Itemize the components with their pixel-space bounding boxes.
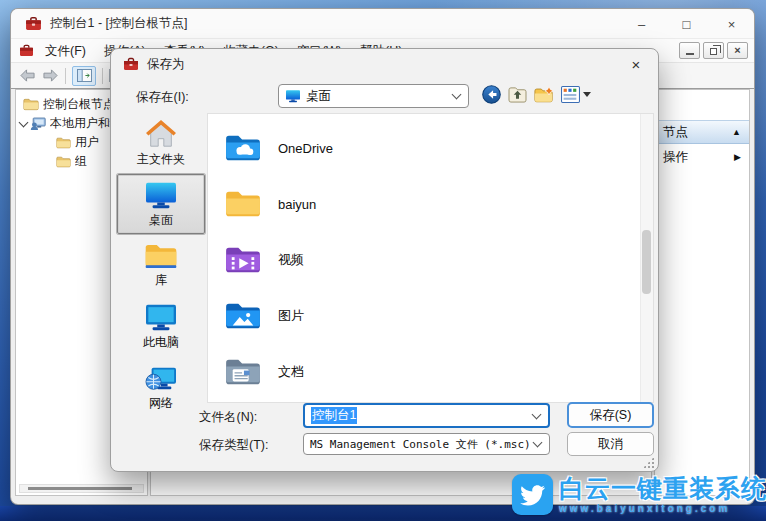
folder-icon [224, 189, 262, 219]
tree-item-label: 控制台根节点 [43, 96, 115, 113]
place-libraries[interactable]: 库 [117, 235, 205, 295]
file-list-scrollbar[interactable] [640, 114, 653, 402]
console-tree-icon [77, 69, 92, 82]
scrollbar-thumb[interactable] [28, 487, 132, 490]
mmc-app-icon [25, 16, 42, 31]
more-actions-row[interactable]: 操作 ▶ [655, 144, 749, 170]
dropdown-arrow-icon [583, 92, 591, 97]
file-name: 文档 [278, 363, 304, 381]
save-in-label: 保存在(I): [136, 89, 189, 106]
dialog-title-bar[interactable]: 保存为 [111, 49, 658, 79]
save-in-combobox[interactable]: 桌面 [278, 84, 469, 108]
up-one-level-icon[interactable] [508, 86, 527, 103]
dialog-toolbar [482, 85, 591, 104]
minimize-button[interactable]: – [619, 9, 664, 39]
child-window-controls: × [679, 42, 748, 59]
folder-icon [23, 98, 39, 111]
dialog-title: 保存为 [147, 56, 185, 73]
chevron-down-icon [532, 409, 542, 419]
toolbar-separator [102, 68, 103, 84]
file-name: 图片 [278, 307, 304, 325]
folder-icon [56, 156, 71, 168]
title-bar[interactable]: 控制台1 - [控制台根节点] – □ × [11, 9, 754, 39]
tree-horizontal-scrollbar[interactable] [19, 484, 144, 493]
places-sidebar: 主文件夹 桌面 库 此电脑 [117, 113, 205, 418]
show-hide-console-tree-button[interactable] [72, 66, 96, 86]
place-label: 库 [155, 272, 167, 289]
file-item-documents[interactable]: 文档 [212, 346, 635, 398]
place-network[interactable]: 网络 [117, 357, 205, 417]
watermark-url: www.baiyunxitong.com [559, 503, 766, 514]
place-this-pc[interactable]: 此电脑 [117, 296, 205, 356]
place-desktop[interactable]: 桌面 [117, 174, 205, 234]
place-label: 桌面 [149, 212, 173, 229]
child-close-button[interactable]: × [727, 42, 748, 59]
actions-header-label: 节点 [663, 124, 688, 141]
watermark-brand: 白云一键重装系统 [559, 474, 766, 502]
view-menu-button[interactable] [561, 86, 591, 103]
dialog-close-button[interactable]: × [614, 49, 658, 79]
pictures-folder-icon [224, 301, 262, 331]
window-title: 控制台1 - [控制台根节点] [50, 15, 188, 32]
close-button[interactable]: × [709, 9, 754, 39]
child-minimize-button[interactable] [679, 42, 700, 59]
mmc-child-icon [19, 44, 34, 57]
file-item-onedrive[interactable]: OneDrive [212, 122, 635, 174]
save-button[interactable]: 保存(S) [567, 402, 654, 428]
more-actions-label: 操作 [663, 149, 688, 166]
go-back-icon[interactable] [482, 85, 501, 104]
chevron-down-icon [452, 90, 462, 100]
restore-icon [710, 48, 717, 55]
file-name: 视频 [278, 251, 304, 269]
menu-file[interactable]: 文件(F) [36, 39, 95, 63]
filename-combobox[interactable]: 控制台1 [303, 403, 550, 428]
close-icon: × [734, 45, 740, 56]
file-list: OneDrive baiyun 视频 [207, 113, 654, 403]
computer-icon [144, 302, 178, 332]
file-item-videos[interactable]: 视频 [212, 234, 635, 286]
local-users-groups-icon [30, 117, 46, 131]
twitter-bird-icon [512, 474, 553, 515]
network-icon [144, 363, 178, 393]
file-item-baiyun[interactable]: baiyun [212, 178, 635, 230]
videos-folder-icon [224, 245, 262, 275]
chevron-down-icon[interactable] [19, 117, 29, 127]
filetype-value: MS Management Console 文件 (*.msc) [310, 437, 531, 452]
save-in-value: 桌面 [306, 88, 331, 105]
folder-icon [56, 137, 71, 149]
documents-folder-icon [224, 357, 262, 387]
place-label: 此电脑 [143, 334, 179, 351]
view-menu-icon [561, 86, 580, 103]
watermark: 白云一键重装系统 www.baiyunxitong.com [512, 474, 766, 515]
child-restore-button[interactable] [703, 42, 724, 59]
filetype-combobox[interactable]: MS Management Console 文件 (*.msc) [303, 433, 550, 455]
cancel-button[interactable]: 取消 [567, 432, 654, 456]
chevron-down-icon [533, 438, 543, 448]
minimize-icon [686, 53, 694, 55]
file-name: baiyun [278, 197, 316, 212]
actions-pane-header[interactable]: 节点 ▲ [655, 120, 749, 144]
mmc-app-icon [123, 57, 139, 71]
place-label: 主文件夹 [137, 151, 185, 168]
place-home[interactable]: 主文件夹 [117, 113, 205, 173]
filetype-label: 保存类型(T): [199, 437, 268, 454]
new-folder-icon[interactable] [534, 86, 554, 103]
resize-grip[interactable] [643, 457, 654, 468]
expand-arrow-icon[interactable]: ▶ [734, 152, 741, 162]
file-item-pictures[interactable]: 图片 [212, 290, 635, 342]
tree-item-label: 组 [75, 153, 87, 170]
desktop-icon [285, 89, 301, 103]
collapse-arrow-icon[interactable]: ▲ [732, 127, 741, 137]
back-arrow-icon[interactable] [19, 68, 36, 83]
desktop-icon [144, 180, 178, 210]
library-icon [144, 242, 178, 270]
onedrive-folder-icon [224, 133, 262, 163]
scrollbar-thumb[interactable] [642, 230, 651, 294]
filename-label: 文件名(N): [199, 409, 257, 426]
place-label: 网络 [149, 395, 173, 412]
forward-arrow-icon[interactable] [42, 68, 59, 83]
home-icon [144, 119, 178, 149]
filename-value: 控制台1 [311, 407, 357, 424]
maximize-button[interactable]: □ [664, 9, 709, 39]
file-name: OneDrive [278, 141, 333, 156]
